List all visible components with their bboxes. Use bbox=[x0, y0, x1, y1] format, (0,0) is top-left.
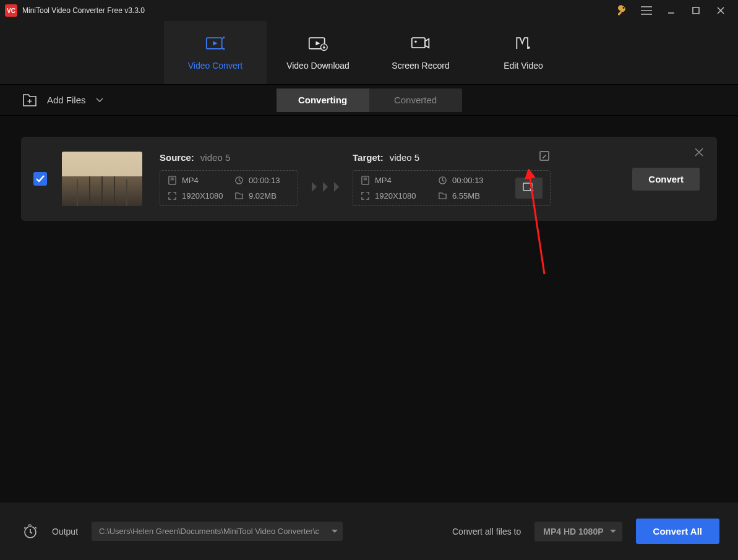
arrow-icon bbox=[309, 182, 341, 192]
item-checkbox[interactable] bbox=[33, 172, 47, 186]
svg-rect-0 bbox=[693, 7, 699, 14]
svg-point-5 bbox=[414, 41, 417, 43]
output-path-dropdown[interactable]: C:\Users\Helen Green\Documents\MiniTool … bbox=[92, 522, 343, 541]
target-info: MP4 00:00:13 1920X1080 6.55MB bbox=[353, 170, 551, 206]
edit-target-name-icon[interactable] bbox=[539, 151, 549, 161]
file-list: Source: video 5 MP4 00:00:13 1920X1080 9… bbox=[0, 116, 738, 502]
target-size: 6.55MB bbox=[438, 191, 504, 200]
key-icon[interactable] bbox=[609, 2, 634, 19]
target-format: MP4 bbox=[361, 176, 427, 185]
add-file-icon bbox=[22, 93, 37, 107]
source-name: video 5 bbox=[200, 152, 230, 163]
title-bar: VC MiniTool Video Converter Free v3.3.0 bbox=[0, 0, 738, 21]
tab-label: Video Convert bbox=[188, 61, 242, 71]
app-title: MiniTool Video Converter Free v3.3.0 bbox=[22, 6, 609, 15]
convert-button[interactable]: Convert bbox=[632, 168, 700, 191]
source-info: MP4 00:00:13 1920X1080 9.02MB bbox=[160, 170, 298, 206]
edit-settings-button[interactable] bbox=[515, 178, 543, 199]
source-resolution: 1920X1080 bbox=[168, 191, 223, 200]
target-label: Target: bbox=[353, 152, 384, 163]
sub-toolbar: Add Files Converting Converted bbox=[0, 85, 738, 116]
add-files-label: Add Files bbox=[47, 95, 86, 105]
file-item: Source: video 5 MP4 00:00:13 1920X1080 9… bbox=[21, 137, 717, 221]
output-label: Output bbox=[52, 527, 78, 536]
output-path-text: C:\Users\Helen Green\Documents\MiniTool … bbox=[99, 527, 319, 536]
chevron-down-icon bbox=[610, 530, 616, 533]
target-resolution: 1920X1080 bbox=[361, 191, 427, 200]
tab-label: Edit Video bbox=[504, 61, 543, 71]
minimize-button[interactable] bbox=[659, 2, 684, 19]
convert-all-label: Convert all files to bbox=[452, 527, 521, 536]
schedule-icon[interactable] bbox=[22, 523, 38, 540]
remove-item-icon[interactable] bbox=[695, 148, 703, 157]
status-tabs: Converting Converted bbox=[277, 88, 462, 112]
convert-all-button[interactable]: Convert All bbox=[636, 519, 719, 544]
format-dropdown[interactable]: MP4 HD 1080P bbox=[534, 522, 622, 541]
source-label: Source: bbox=[160, 152, 194, 163]
chevron-down-icon bbox=[96, 98, 103, 103]
source-format: MP4 bbox=[168, 176, 223, 185]
close-button[interactable] bbox=[708, 2, 733, 19]
chevron-down-icon bbox=[332, 530, 338, 533]
tab-converted[interactable]: Converted bbox=[369, 88, 462, 112]
tab-converting[interactable]: Converting bbox=[277, 88, 369, 112]
check-icon bbox=[36, 175, 45, 183]
tab-label: Video Download bbox=[286, 61, 350, 71]
svg-rect-4 bbox=[412, 38, 425, 48]
add-files-button[interactable]: Add Files bbox=[22, 93, 103, 107]
settings-cursor-icon bbox=[523, 183, 535, 194]
svg-point-6 bbox=[528, 46, 530, 49]
tab-edit-video[interactable]: Edit Video bbox=[472, 21, 575, 84]
target-column: Target: video 5 MP4 00:00:13 1920X1080 6… bbox=[353, 152, 551, 206]
target-name: video 5 bbox=[390, 152, 419, 163]
source-size: 9.02MB bbox=[234, 191, 290, 200]
app-icon: VC bbox=[5, 4, 17, 17]
svg-rect-10 bbox=[362, 176, 369, 184]
source-column: Source: video 5 MP4 00:00:13 1920X1080 9… bbox=[160, 152, 298, 206]
target-duration: 00:00:13 bbox=[438, 176, 504, 185]
tab-label: Screen Record bbox=[392, 61, 449, 71]
tab-screen-record[interactable]: Screen Record bbox=[369, 21, 472, 84]
tab-video-convert[interactable]: Video Convert bbox=[164, 21, 267, 84]
video-thumbnail[interactable] bbox=[62, 152, 142, 206]
main-tabs: Video Convert Video Download Screen Reco… bbox=[0, 21, 738, 85]
tab-video-download[interactable]: Video Download bbox=[267, 21, 369, 84]
hamburger-menu-icon[interactable] bbox=[634, 2, 659, 19]
maximize-button[interactable] bbox=[684, 2, 708, 19]
source-duration: 00:00:13 bbox=[234, 176, 290, 185]
format-value: MP4 HD 1080P bbox=[543, 527, 603, 536]
svg-rect-7 bbox=[169, 176, 176, 184]
footer-bar: Output C:\Users\Helen Green\Documents\Mi… bbox=[0, 502, 738, 560]
